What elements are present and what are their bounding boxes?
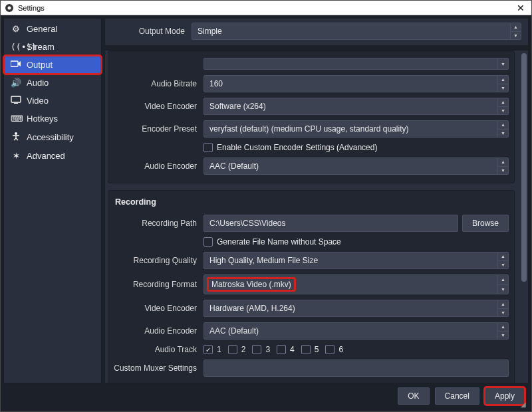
recording-group: Recording Recording Path Browse — [108, 190, 515, 383]
sidebar-item-accessibility[interactable]: Accessibility — [4, 128, 101, 147]
audio-track-3-checkbox[interactable]: 3 — [252, 345, 270, 354]
field-label: Audio Encoder — [114, 326, 203, 336]
body: ⚙ General ((•)) Stream Output 🔊 Audio — [1, 15, 531, 411]
checkbox-icon — [228, 345, 237, 354]
spinner-icon[interactable]: ▲▼ — [497, 275, 508, 294]
spinner-icon[interactable]: ▲▼ — [497, 323, 508, 339]
field-label: Custom Muxer Settings — [114, 363, 203, 373]
field-label: Video Encoder — [114, 304, 203, 313]
recording-quality-select[interactable]: High Quality, Medium File Size ▲▼ — [203, 252, 509, 269]
scrollbar[interactable] — [521, 53, 527, 380]
speaker-icon: 🔊 — [11, 78, 21, 88]
svg-rect-3 — [11, 96, 21, 102]
audio-track-1-checkbox[interactable]: 1 — [203, 345, 221, 354]
encoder-preset-select[interactable]: veryfast (default) (medium CPU usage, st… — [203, 120, 509, 138]
cancel-button[interactable]: Cancel — [435, 387, 479, 405]
recording-video-encoder-select[interactable]: Hardware (AMD, H.264) ▲▼ — [203, 300, 509, 317]
audio-track-5-checkbox[interactable]: 5 — [301, 345, 319, 354]
recording-path-input[interactable] — [203, 215, 458, 232]
audio-track-4-checkbox[interactable]: 4 — [277, 345, 295, 354]
settings-window: Settings ✕ ⚙ General ((•)) Stream Output — [0, 0, 532, 412]
field-label: Recording Format — [114, 280, 203, 289]
sidebar-item-hotkeys[interactable]: ⌨ Hotkeys — [4, 110, 101, 128]
checkbox-icon — [301, 345, 311, 354]
footer: OK Cancel Apply ◢ — [3, 383, 529, 409]
monitor-icon — [11, 96, 21, 106]
sidebar-item-label: Video — [27, 96, 49, 106]
sidebar-item-label: Stream — [27, 42, 55, 52]
sidebar-item-general[interactable]: ⚙ General — [4, 20, 101, 38]
recording-audio-encoder-select[interactable]: AAC (Default) ▲▼ — [203, 322, 509, 340]
browse-button[interactable]: Browse — [462, 215, 509, 232]
sidebar-item-label: Output — [27, 60, 53, 70]
close-icon[interactable]: ✕ — [514, 3, 527, 13]
output-mode-select[interactable]: Simple ▲▼ — [192, 23, 521, 40]
field-label: Recording Path — [114, 219, 203, 228]
spinner-icon[interactable]: ▲▼ — [497, 253, 508, 268]
sidebar-item-label: Accessibility — [27, 132, 74, 142]
gear-icon: ⚙ — [11, 24, 21, 34]
app-icon — [5, 3, 14, 13]
content-area: Output Mode Simple ▲▼ — [104, 18, 529, 383]
audio-track-2-checkbox[interactable]: 2 — [228, 345, 246, 354]
checkbox-icon — [203, 237, 213, 247]
recording-format-select[interactable]: Matroska Video (.mkv) ▲▼ — [203, 274, 509, 294]
generate-filename-nospace-checkbox[interactable]: Generate File Name without Space — [203, 237, 341, 247]
audio-encoder-select[interactable]: AAC (Default) ▲▼ — [203, 157, 509, 175]
output-mode-label: Output Mode — [112, 27, 192, 36]
sidebar-item-label: General — [27, 24, 57, 34]
audio-track-selection: 1 2 3 4 5 6 — [203, 345, 509, 354]
sidebar-item-label: Audio — [27, 78, 49, 88]
tools-icon: ✶ — [11, 151, 21, 161]
video-encoder-select[interactable]: Software (x264) ▲▼ — [203, 98, 509, 115]
field-label: Recording Quality — [114, 256, 203, 265]
checkbox-icon — [203, 143, 213, 152]
svg-point-5 — [15, 132, 17, 135]
group-title: Recording — [114, 195, 509, 212]
antenna-icon: ((•)) — [11, 42, 21, 52]
spinner-icon[interactable]: ▲▼ — [497, 98, 508, 114]
sidebar-item-label: Advanced — [27, 151, 65, 161]
field-label: Video Encoder — [114, 102, 203, 111]
chevron-down-icon[interactable]: ▼ — [497, 58, 508, 69]
window-title: Settings — [18, 4, 45, 12]
keyboard-icon: ⌨ — [11, 114, 21, 124]
output-icon — [11, 60, 21, 70]
sidebar-item-video[interactable]: Video — [4, 92, 101, 110]
sidebar-item-audio[interactable]: 🔊 Audio — [4, 74, 101, 92]
field-label: Audio Encoder — [114, 161, 203, 171]
titlebar: Settings ✕ — [1, 1, 531, 15]
scrollbar-thumb[interactable] — [521, 53, 527, 282]
spinner-icon[interactable]: ▲▼ — [497, 158, 508, 174]
ok-button[interactable]: OK — [398, 387, 429, 405]
checkbox-icon — [277, 345, 286, 354]
checkbox-icon — [203, 345, 213, 354]
sidebar-item-label: Hotkeys — [27, 114, 58, 124]
checkbox-icon — [325, 345, 334, 354]
enable-custom-encoder-checkbox[interactable]: Enable Custom Encoder Settings (Advanced… — [203, 143, 377, 152]
custom-muxer-input[interactable] — [203, 360, 509, 377]
checkbox-icon — [252, 345, 261, 354]
field-label: Audio Bitrate — [114, 79, 203, 88]
field-label: Encoder Preset — [114, 124, 203, 134]
audio-track-6-checkbox[interactable]: 6 — [325, 345, 343, 354]
spinner-icon[interactable]: ▲▼ — [497, 300, 508, 316]
sidebar-item-stream[interactable]: ((•)) Stream — [4, 38, 101, 56]
truncated-field[interactable]: ▼ — [203, 58, 509, 70]
spinner-icon[interactable]: ▲▼ — [497, 121, 508, 137]
spinner-icon[interactable]: ▲▼ — [497, 76, 508, 92]
output-mode-bar: Output Mode Simple ▲▼ — [104, 18, 529, 46]
streaming-group: ▼ Audio Bitrate 160 ▲▼ — [108, 51, 515, 183]
sidebar-item-advanced[interactable]: ✶ Advanced — [4, 147, 101, 165]
field-label: Audio Track — [114, 345, 203, 354]
svg-point-1 — [8, 6, 11, 9]
svg-rect-2 — [11, 61, 18, 66]
spinner-icon[interactable]: ▲▼ — [510, 23, 521, 39]
sidebar-item-output[interactable]: Output — [4, 56, 101, 74]
audio-bitrate-spinner[interactable]: 160 ▲▼ — [203, 75, 509, 92]
apply-button[interactable]: Apply — [485, 387, 525, 405]
resize-grip-icon[interactable]: ◢ — [521, 401, 527, 407]
settings-panel: ▼ Audio Bitrate 160 ▲▼ — [104, 50, 529, 383]
person-icon — [11, 132, 21, 143]
sidebar: ⚙ General ((•)) Stream Output 🔊 Audio — [3, 18, 102, 383]
